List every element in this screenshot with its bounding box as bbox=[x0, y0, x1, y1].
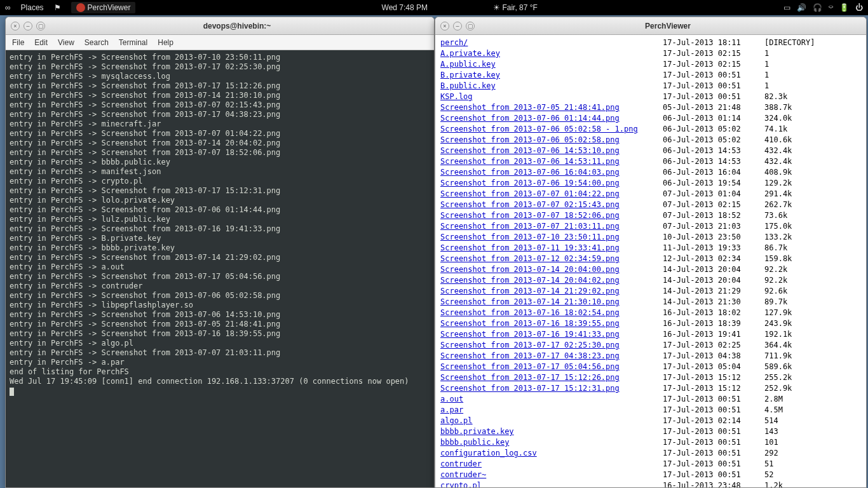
file-link[interactable]: Screenshot from 2013-07-06 05:02:58 - 1.… bbox=[440, 125, 638, 133]
file-link[interactable]: Screenshot from 2013-07-06 01:14:44.png bbox=[440, 114, 620, 123]
terminal-line: entry in PerchFS -> contruder bbox=[10, 281, 430, 291]
file-link[interactable]: Screenshot from 2013-07-17 04:38:23.png bbox=[440, 351, 620, 360]
viewer-titlebar[interactable]: × – ▢ PerchViewer bbox=[435, 17, 866, 35]
file-link[interactable]: bbbb.private.key bbox=[440, 427, 514, 436]
terminal-line: entry in PerchFS -> minecraft.jar bbox=[10, 119, 430, 129]
viewer-window: × – ▢ PerchViewer perch/17-Jul-2013 18:1… bbox=[435, 17, 867, 488]
file-link[interactable]: Screenshot from 2013-07-07 18:52:06.png bbox=[440, 211, 620, 220]
menu-edit[interactable]: Edit bbox=[34, 38, 48, 47]
file-size: 243.9k bbox=[764, 318, 834, 329]
maximize-icon[interactable]: ▢ bbox=[466, 22, 475, 30]
file-size: 175.0k bbox=[764, 221, 834, 232]
terminal-line: entry in PerchFS -> bbbb.public.key bbox=[10, 158, 430, 167]
file-link[interactable]: Screenshot from 2013-07-11 19:33:41.png bbox=[440, 243, 620, 252]
file-row: Screenshot from 2013-07-14 21:30:10.png1… bbox=[440, 297, 861, 308]
file-row: Screenshot from 2013-07-17 02:25:30.png1… bbox=[440, 340, 861, 351]
file-link[interactable]: Screenshot from 2013-07-16 18:39:55.png bbox=[440, 319, 620, 328]
file-link[interactable]: Screenshot from 2013-07-06 19:54:00.png bbox=[440, 179, 620, 187]
file-size: [DIRECTORY] bbox=[764, 37, 834, 48]
headphones-icon[interactable]: 🎧 bbox=[813, 3, 822, 12]
file-link[interactable]: Screenshot from 2013-07-06 14:53:10.png bbox=[440, 146, 620, 155]
taskbar-app[interactable]: PerchViewer bbox=[71, 2, 136, 13]
file-link[interactable]: contruder~ bbox=[440, 470, 486, 479]
viewer-body[interactable]: perch/17-Jul-2013 18:11[DIRECTORY]A.priv… bbox=[435, 35, 866, 487]
places-menu[interactable]: Places bbox=[21, 3, 44, 12]
file-size: 4.5M bbox=[764, 405, 834, 416]
file-link[interactable]: configuration_log.csv bbox=[440, 449, 537, 458]
file-date: 17-Jul-2013 00:51 bbox=[663, 92, 764, 102]
file-date: 17-Jul-2013 02:25 bbox=[663, 340, 764, 351]
file-link[interactable]: KSP.log bbox=[440, 92, 473, 101]
file-date: 14-Jul-2013 20:04 bbox=[663, 264, 764, 275]
file-row: bbbb.private.key17-Jul-2013 00:51143 bbox=[440, 426, 861, 437]
file-link[interactable]: Screenshot from 2013-07-05 21:48:41.png bbox=[440, 103, 620, 112]
volume-icon[interactable]: 🔊 bbox=[797, 3, 806, 12]
file-link[interactable]: bbbb.public.key bbox=[440, 438, 509, 447]
battery-icon[interactable]: 🔋 bbox=[839, 3, 849, 12]
terminal-line: entry in PerchFS -> Screenshot from 2013… bbox=[10, 148, 430, 158]
close-icon[interactable]: × bbox=[11, 22, 20, 30]
terminal-line: entry in PerchFS -> Screenshot from 2013… bbox=[10, 329, 430, 339]
file-row: KSP.log17-Jul-2013 00:5182.3k bbox=[440, 92, 861, 102]
file-date: 17-Jul-2013 18:11 bbox=[663, 37, 764, 48]
menu-view[interactable]: View bbox=[58, 38, 74, 47]
file-link[interactable]: Screenshot from 2013-07-14 21:29:02.png bbox=[440, 287, 620, 295]
file-row: Screenshot from 2013-07-17 04:38:23.png1… bbox=[440, 351, 861, 362]
file-link[interactable]: Screenshot from 2013-07-07 02:15:43.png bbox=[440, 200, 620, 209]
file-link[interactable]: B.public.key bbox=[440, 81, 496, 90]
minimize-icon[interactable]: – bbox=[453, 22, 462, 30]
file-link[interactable]: crypto.pl bbox=[440, 481, 482, 487]
menu-terminal[interactable]: Terminal bbox=[119, 38, 147, 47]
close-icon[interactable]: × bbox=[440, 22, 449, 30]
file-link[interactable]: Screenshot from 2013-07-16 19:41:33.png bbox=[440, 330, 620, 339]
system-tray: ▭ 🔊 🎧 ⌔ 🔋 ⏻ bbox=[783, 3, 863, 12]
taskbar-app-label: PerchViewer bbox=[88, 3, 131, 12]
activities-icon[interactable]: ∞ bbox=[5, 3, 11, 12]
file-link[interactable]: A.public.key bbox=[440, 60, 496, 69]
file-row: Screenshot from 2013-07-07 18:52:06.png0… bbox=[440, 210, 861, 221]
file-row: Screenshot from 2013-07-06 05:02:58.png0… bbox=[440, 135, 861, 146]
file-link[interactable]: contruder bbox=[440, 459, 482, 468]
file-link[interactable]: Screenshot from 2013-07-06 14:53:11.png bbox=[440, 157, 620, 166]
clock[interactable]: Wed 7:48 PM bbox=[382, 3, 428, 12]
file-link[interactable]: Screenshot from 2013-07-17 02:25:30.png bbox=[440, 341, 620, 349]
file-link[interactable]: Screenshot from 2013-07-10 23:50:11.png bbox=[440, 233, 620, 241]
file-row: Screenshot from 2013-07-06 14:53:11.png0… bbox=[440, 156, 861, 167]
file-link[interactable]: Screenshot from 2013-07-17 15:12:26.png bbox=[440, 373, 620, 382]
flag-icon[interactable]: ⚑ bbox=[54, 3, 61, 12]
menu-search[interactable]: Search bbox=[85, 38, 109, 47]
weather[interactable]: ☀ Fair, 87 °F bbox=[493, 3, 538, 12]
menu-file[interactable]: File bbox=[12, 38, 24, 47]
file-link[interactable]: B.private.key bbox=[440, 71, 500, 79]
menu-help[interactable]: Help bbox=[158, 38, 173, 47]
file-link[interactable]: Screenshot from 2013-07-06 16:04:03.png bbox=[440, 168, 620, 177]
display-icon[interactable]: ▭ bbox=[783, 3, 790, 12]
file-row: crypto.pl16-Jul-2013 23:481.2k bbox=[440, 480, 861, 487]
file-link[interactable]: Screenshot from 2013-07-16 18:02:54.png bbox=[440, 308, 620, 317]
file-link[interactable]: a.par bbox=[440, 405, 463, 414]
file-link[interactable]: Screenshot from 2013-07-07 21:03:11.png bbox=[440, 222, 620, 231]
file-link[interactable]: algo.pl bbox=[440, 416, 473, 425]
terminal-window: × – ▢ devops@hivebin:~ File Edit View Se… bbox=[5, 17, 435, 488]
terminal-line: entry in PerchFS -> Screenshot from 2013… bbox=[10, 100, 430, 110]
file-link[interactable]: Screenshot from 2013-07-06 05:02:58.png bbox=[440, 135, 620, 144]
file-row: Screenshot from 2013-07-17 05:04:56.png1… bbox=[440, 362, 861, 372]
file-link[interactable]: A.private.key bbox=[440, 49, 500, 58]
minimize-icon[interactable]: – bbox=[24, 22, 32, 30]
file-link[interactable]: Screenshot from 2013-07-14 20:04:00.png bbox=[440, 265, 620, 274]
file-link[interactable]: a.out bbox=[440, 395, 463, 403]
power-icon[interactable]: ⏻ bbox=[855, 3, 863, 12]
file-date: 06-Jul-2013 05:02 bbox=[663, 135, 764, 146]
terminal-body[interactable]: entry in PerchFS -> Screenshot from 2013… bbox=[6, 50, 434, 487]
file-link[interactable]: Screenshot from 2013-07-17 05:04:56.png bbox=[440, 362, 620, 371]
file-link[interactable]: Screenshot from 2013-07-14 20:04:02.png bbox=[440, 276, 620, 285]
file-link[interactable]: Screenshot from 2013-07-17 15:12:31.png bbox=[440, 384, 620, 393]
file-link[interactable]: Screenshot from 2013-07-14 21:30:10.png bbox=[440, 297, 620, 306]
terminal-titlebar[interactable]: × – ▢ devops@hivebin:~ bbox=[6, 17, 434, 35]
wifi-icon[interactable]: ⌔ bbox=[829, 3, 833, 12]
file-link[interactable]: Screenshot from 2013-07-07 01:04:22.png bbox=[440, 189, 620, 198]
maximize-icon[interactable]: ▢ bbox=[36, 22, 45, 30]
file-link[interactable]: perch/ bbox=[440, 38, 468, 47]
file-date: 10-Jul-2013 23:50 bbox=[663, 232, 764, 243]
file-link[interactable]: Screenshot from 2013-07-12 02:34:59.png bbox=[440, 254, 620, 263]
